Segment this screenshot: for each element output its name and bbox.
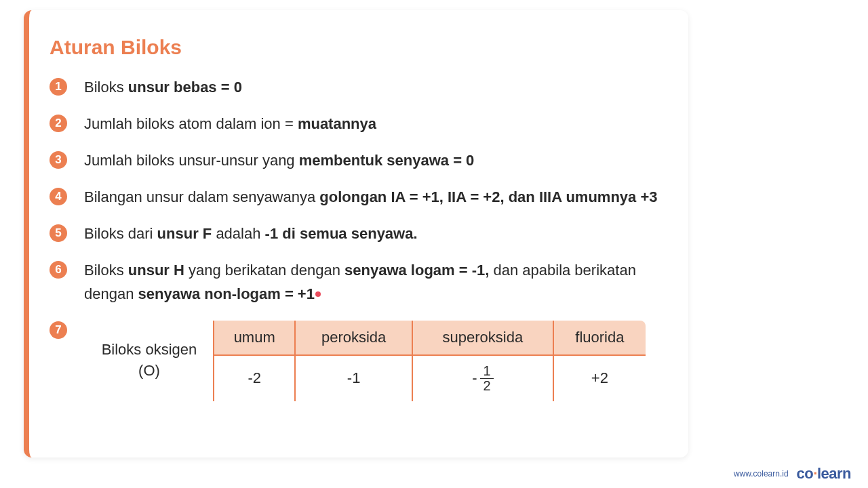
rule-4-text: Bilangan unsur dalam senyawanya golongan… xyxy=(84,186,658,209)
badge-3: 3 xyxy=(50,151,67,169)
rule-1-text: Biloks unsur bebas = 0 xyxy=(84,76,242,99)
page-title: Aturan Biloks xyxy=(50,36,658,59)
oxygen-biloks-table: Biloks oksigen (O) umum peroksida supero… xyxy=(84,319,647,403)
badge-4: 4 xyxy=(50,188,67,205)
val-fluorida: +2 xyxy=(553,355,646,402)
badge-5: 5 xyxy=(50,224,67,242)
col-umum: umum xyxy=(214,320,295,355)
rule-1: 1 Biloks unsur bebas = 0 xyxy=(50,76,658,99)
badge-6: 6 xyxy=(50,261,67,279)
footer: www.colearn.id co·learn xyxy=(734,465,851,483)
badge-7: 7 xyxy=(50,321,67,339)
footer-url: www.colearn.id xyxy=(734,469,789,479)
rule-4: 4 Bilangan unsur dalam senyawanya golong… xyxy=(50,186,658,209)
fraction-half: 1 2 xyxy=(480,364,493,393)
rule-2-text: Jumlah biloks atom dalam ion = muatannya xyxy=(84,113,376,136)
badge-2: 2 xyxy=(50,115,67,132)
col-superoksida: superoksida xyxy=(412,320,553,355)
val-peroksida: -1 xyxy=(295,355,412,402)
col-peroksida: peroksida xyxy=(295,320,412,355)
rule-2: 2 Jumlah biloks atom dalam ion = muatann… xyxy=(50,113,658,136)
rule-5-text: Biloks dari unsur F adalah -1 di semua s… xyxy=(84,222,418,245)
badge-1: 1 xyxy=(50,78,67,96)
rule-7: 7 Biloks oksigen (O) umum peroksida supe… xyxy=(50,319,658,403)
oxygen-table-wrap: Biloks oksigen (O) umum peroksida supero… xyxy=(84,319,658,403)
val-superoksida: - 1 2 xyxy=(412,355,553,402)
rule-3: 3 Jumlah biloks unsur-unsur yang membent… xyxy=(50,149,658,172)
lesson-card: Aturan Biloks 1 Biloks unsur bebas = 0 2… xyxy=(24,10,688,458)
table-row-header: Biloks oksigen (O) xyxy=(85,320,214,402)
rule-3-text: Jumlah biloks unsur-unsur yang membentuk… xyxy=(84,149,474,172)
col-fluorida: fluorida xyxy=(553,320,646,355)
brand-logo: co·learn xyxy=(797,465,851,483)
rule-6: 6 Biloks unsur H yang berikatan dengan s… xyxy=(50,259,658,305)
rule-5: 5 Biloks dari unsur F adalah -1 di semua… xyxy=(50,222,658,245)
cursor-indicator-icon xyxy=(315,291,321,297)
rule-6-text: Biloks unsur H yang berikatan dengan sen… xyxy=(84,259,658,305)
val-umum: -2 xyxy=(214,355,295,402)
